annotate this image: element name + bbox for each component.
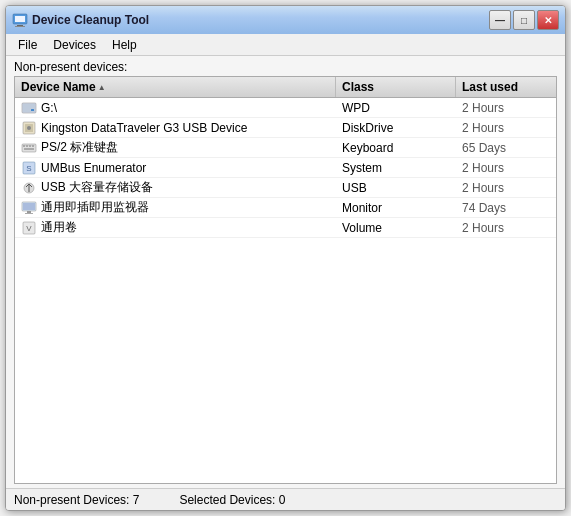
non-present-label: Non-present devices:	[6, 56, 565, 76]
main-window: Device Cleanup Tool — □ ✕ File Devices H…	[5, 5, 566, 511]
cell-class: USB	[336, 179, 456, 197]
status-bar: Non-present Devices: 7 Selected Devices:…	[6, 488, 565, 510]
menu-help[interactable]: Help	[104, 36, 145, 54]
svg-rect-12	[26, 145, 28, 147]
cell-device-name: S UMBus Enumerator	[15, 158, 336, 178]
table-body[interactable]: G:\ WPD 2 Hours Kingston DataTraveler G3…	[15, 98, 556, 483]
column-header-class[interactable]: Class	[336, 77, 456, 97]
table-row[interactable]: PS/2 标准键盘 Keyboard 65 Days	[15, 138, 556, 158]
app-icon	[12, 12, 28, 28]
cell-last-used: 2 Hours	[456, 179, 556, 197]
table-row[interactable]: Kingston DataTraveler G3 USB Device Disk…	[15, 118, 556, 138]
svg-rect-21	[27, 211, 31, 213]
svg-text:S: S	[26, 164, 31, 173]
cell-device-name: G:\	[15, 98, 336, 118]
monitor-icon	[21, 200, 37, 216]
cell-device-name: USB 大容量存储设备	[15, 177, 336, 198]
title-bar-left: Device Cleanup Tool	[12, 12, 149, 28]
cell-device-name: Kingston DataTraveler G3 USB Device	[15, 118, 336, 138]
cell-last-used: 65 Days	[456, 139, 556, 157]
cell-last-used: 2 Hours	[456, 219, 556, 237]
sort-arrow-name: ▲	[98, 83, 106, 92]
table-row[interactable]: USB 大容量存储设备 USB 2 Hours	[15, 178, 556, 198]
cell-device-name: V 通用卷	[15, 217, 336, 238]
close-button[interactable]: ✕	[537, 10, 559, 30]
status-non-present: Non-present Devices: 7	[14, 493, 139, 507]
system-icon: S	[21, 160, 37, 176]
cell-last-used: 2 Hours	[456, 159, 556, 177]
table-row[interactable]: V 通用卷 Volume 2 Hours	[15, 218, 556, 238]
column-header-name[interactable]: Device Name ▲	[15, 77, 336, 97]
volume-icon: V	[21, 220, 37, 236]
cell-class: WPD	[336, 99, 456, 117]
svg-rect-1	[15, 16, 25, 22]
disk-icon	[21, 120, 37, 136]
svg-rect-20	[23, 203, 35, 210]
svg-text:V: V	[26, 224, 32, 233]
cell-last-used: 2 Hours	[456, 99, 556, 117]
table-header: Device Name ▲ Class Last used	[15, 77, 556, 98]
cell-class: Keyboard	[336, 139, 456, 157]
svg-rect-6	[31, 109, 34, 111]
minimize-button[interactable]: —	[489, 10, 511, 30]
menu-devices[interactable]: Devices	[45, 36, 104, 54]
cell-class: Monitor	[336, 199, 456, 217]
keyboard-icon	[21, 140, 37, 156]
svg-rect-14	[32, 145, 34, 147]
cell-class: Volume	[336, 219, 456, 237]
cell-class: DiskDrive	[336, 119, 456, 137]
cell-device-name: PS/2 标准键盘	[15, 137, 336, 158]
status-selected: Selected Devices: 0	[179, 493, 285, 507]
svg-rect-11	[23, 145, 25, 147]
window-controls: — □ ✕	[489, 10, 559, 30]
menu-file[interactable]: File	[10, 36, 45, 54]
drive-icon	[21, 100, 37, 116]
table-row[interactable]: S UMBus Enumerator System 2 Hours	[15, 158, 556, 178]
cell-last-used: 2 Hours	[456, 119, 556, 137]
title-bar: Device Cleanup Tool — □ ✕	[6, 6, 565, 34]
cell-last-used: 74 Days	[456, 199, 556, 217]
cell-device-name: 通用即插即用监视器	[15, 197, 336, 218]
table-row[interactable]: 通用即插即用监视器 Monitor 74 Days	[15, 198, 556, 218]
svg-rect-15	[24, 148, 34, 150]
device-table: Device Name ▲ Class Last used G:\ WPD 2 …	[14, 76, 557, 484]
svg-rect-22	[25, 213, 33, 214]
column-header-lastused[interactable]: Last used	[456, 77, 556, 97]
window-title: Device Cleanup Tool	[32, 13, 149, 27]
maximize-button[interactable]: □	[513, 10, 535, 30]
svg-rect-3	[15, 26, 25, 27]
svg-rect-13	[29, 145, 31, 147]
table-row[interactable]: G:\ WPD 2 Hours	[15, 98, 556, 118]
cell-class: System	[336, 159, 456, 177]
svg-point-9	[27, 126, 31, 130]
menu-bar: File Devices Help	[6, 34, 565, 56]
usb-icon	[21, 180, 37, 196]
